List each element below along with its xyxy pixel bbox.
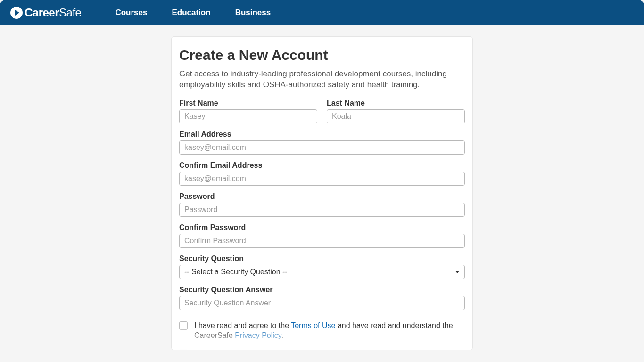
security-answer-label: Security Question Answer (179, 286, 465, 294)
security-question-label: Security Question (179, 255, 465, 263)
nav: Courses Education Business (115, 8, 271, 17)
terms-of-use-link[interactable]: Terms of Use (291, 321, 335, 329)
signup-card: Create a New Account Get access to indus… (171, 36, 473, 350)
nav-business[interactable]: Business (235, 8, 271, 17)
confirm-password-input[interactable] (179, 234, 465, 248)
terms-text: I have read and agree to the Terms of Us… (194, 321, 465, 341)
terms-checkbox[interactable] (179, 321, 188, 330)
security-answer-input[interactable] (179, 296, 465, 310)
security-question-selected: -- Select a Security Question -- (184, 268, 288, 276)
nav-education[interactable]: Education (172, 8, 210, 17)
confirm-password-label: Confirm Password (179, 223, 465, 232)
first-name-label: First Name (179, 99, 317, 107)
logo[interactable]: CareerSafe (10, 6, 81, 19)
last-name-label: Last Name (327, 99, 465, 107)
email-input[interactable] (179, 140, 465, 155)
age-text: I am at least 13 years of age and meet t… (194, 348, 465, 350)
email-label: Email Address (179, 130, 465, 139)
nav-courses[interactable]: Courses (115, 8, 147, 17)
confirm-email-label: Confirm Email Address (179, 161, 465, 170)
play-circle-icon (10, 7, 23, 19)
header: CareerSafe Courses Education Business (0, 0, 644, 25)
page-subtitle: Get access to industry-leading professio… (179, 69, 465, 90)
age-checkbox[interactable] (179, 349, 188, 350)
logo-text: CareerSafe (25, 6, 81, 19)
password-input[interactable] (179, 203, 465, 217)
privacy-policy-link[interactable]: Privacy Policy (235, 331, 281, 339)
security-question-select[interactable]: -- Select a Security Question -- (179, 265, 465, 279)
confirm-email-input[interactable] (179, 172, 465, 186)
page-title: Create a New Account (179, 47, 465, 63)
last-name-input[interactable] (327, 109, 465, 123)
first-name-input[interactable] (179, 109, 317, 123)
password-label: Password (179, 192, 465, 201)
caret-down-icon (455, 271, 460, 273)
